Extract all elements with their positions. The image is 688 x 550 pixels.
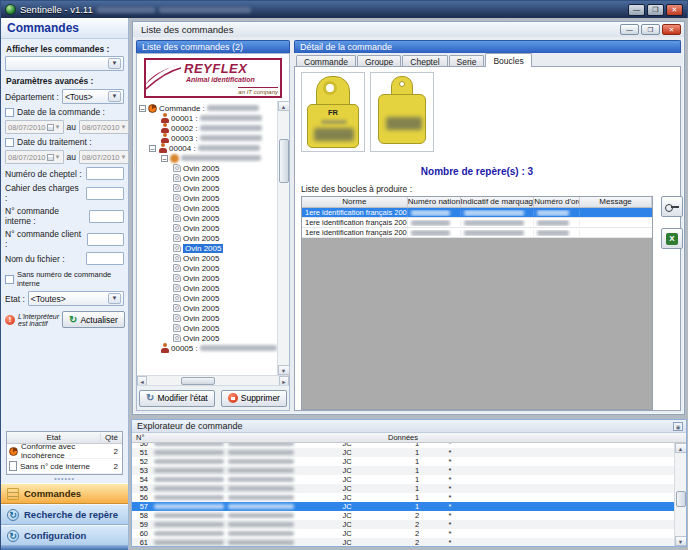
state-select[interactable]: <Toutes>▼ [28,291,124,306]
explorer-vertical-scrollbar[interactable]: ▲ ▼ [674,443,686,546]
scrollbar-thumb[interactable] [279,139,289,183]
key-button[interactable] [661,196,683,217]
explorer-row[interactable]: 53JC1* [132,466,674,475]
tree-item[interactable]: 00001 : [137,113,277,123]
code-cell: JC [332,511,362,520]
text-input[interactable] [86,167,124,180]
column-header[interactable]: Norme [302,197,408,207]
code-cell: JC [332,484,362,493]
app-close-button[interactable]: ✕ [666,4,683,16]
tree-item[interactable]: Ovin 2005 [137,273,277,283]
delete-button[interactable]: Supprimer [221,390,287,407]
scroll-up-icon[interactable]: ▲ [675,443,687,453]
tree-item[interactable]: Ovin 2005 [137,333,277,343]
text-input[interactable] [89,210,124,223]
tree-item[interactable]: 00003 : [137,133,277,143]
tree-item[interactable]: Ovin 2005 [137,293,277,303]
tree-item[interactable]: 00005 : [137,343,277,353]
text-input[interactable] [87,233,124,246]
ovin-item-label: Ovin 2005 [183,254,219,263]
tree-horizontal-scrollbar[interactable]: ◄ ► [137,375,289,385]
order-date-to-picker[interactable]: 08/07/2010▼ [79,120,130,134]
explorer-row[interactable]: 54JC1* [132,475,674,484]
tree-item[interactable]: Ovin 2005 [137,303,277,313]
treatment-date-checkbox[interactable] [5,138,14,147]
orders-window-titlebar[interactable]: Liste des commandes — ❐ ✕ [133,22,684,37]
treatment-date-from-picker[interactable]: 08/07/2010▼ [5,150,64,164]
tree-vertical-scrollbar[interactable]: ▲ ▼ [277,101,289,375]
status-table-row[interactable]: Sans n° cde interne2 [7,459,122,474]
scrollbar-thumb[interactable] [676,491,686,507]
tree-item[interactable]: Ovin 2005 [137,323,277,333]
scroll-down-icon[interactable]: ▼ [278,365,290,375]
scroll-right-icon[interactable]: ► [279,376,289,386]
modify-state-button[interactable]: ↻Modifier l'état [139,390,215,407]
show-commands-select[interactable]: ▼ [5,56,124,71]
sidebar-nav-configuration[interactable]: ↻Configuration [1,525,128,546]
refresh-button[interactable]: ↻Actualiser [62,311,125,328]
tree-item[interactable]: Ovin 2005 [137,233,277,243]
tree-item[interactable]: 00002 : [137,123,277,133]
department-select[interactable]: <Tous>▼ [62,89,124,104]
explorer-row[interactable]: 59JC2* [132,520,674,529]
tree-item[interactable]: –Commande : [137,103,277,113]
tree-item[interactable]: Ovin 2005 [137,203,277,213]
tree-item[interactable]: Ovin 2005 [137,183,277,193]
tree-item[interactable]: Ovin 2005 [137,213,277,223]
tree-item[interactable]: – [137,153,277,163]
column-header[interactable]: Numéro national [408,197,461,207]
redacted-text [181,155,261,161]
scroll-left-icon[interactable]: ◄ [137,376,147,386]
explorer-row[interactable]: 58JC2* [132,511,674,520]
tree-item[interactable]: –00004 : [137,143,277,153]
collapse-icon[interactable]: – [149,145,156,152]
boucles-table-row[interactable]: 1ere identification français 2005 [302,228,652,238]
treatment-date-to-picker[interactable]: 08/07/2010▼ [79,150,130,164]
tree-item[interactable]: Ovin 2005 [137,243,277,253]
status-table-row[interactable]: Conforme avec incohérence2 [7,444,122,459]
column-header[interactable]: Indicatif de marquage [461,197,535,207]
tree-item[interactable]: Ovin 2005 [137,193,277,203]
collapse-icon[interactable]: – [161,155,168,162]
explorer-row[interactable]: 55JC1* [132,484,674,493]
tree-item[interactable]: Ovin 2005 [137,313,277,323]
app-maximize-button[interactable]: ❐ [647,4,664,16]
tab-boucles[interactable]: Boucles [485,53,531,67]
ovin-item-label: Ovin 2005 [183,334,219,343]
order-date-from-picker[interactable]: 08/07/2010▼ [5,120,64,134]
child-minimize-button[interactable]: — [620,24,639,35]
column-header[interactable]: Numéro d'ordre [534,197,580,207]
collapse-icon[interactable]: – [139,105,146,112]
scrollbar-thumb[interactable] [181,377,215,385]
explorer-pin-button[interactable]: ▣ [673,422,683,431]
explorer-row[interactable]: 51JC1* [132,448,674,457]
tree-item[interactable]: Ovin 2005 [137,173,277,183]
column-header[interactable]: Message [580,197,652,207]
redacted-text [154,486,224,491]
child-maximize-button[interactable]: ❐ [641,24,660,35]
explorer-row[interactable]: 60JC2* [132,529,674,538]
explorer-row[interactable]: 56JC1* [132,493,674,502]
sidebar-nav-commandes[interactable]: Commandes [1,483,128,504]
no-internal-number-checkbox[interactable] [5,275,14,284]
boucles-table-row[interactable]: 1ere identification français 2005 [302,208,652,218]
tree-item[interactable]: Ovin 2005 [137,253,277,263]
scroll-up-icon[interactable]: ▲ [278,101,290,111]
explorer-row[interactable]: 57JC1* [132,502,674,511]
sidebar-splitter[interactable]: •••••• [1,475,128,483]
text-input[interactable] [86,187,124,200]
boucles-table-row[interactable]: 1ere identification français 2005 [302,218,652,228]
export-excel-button[interactable]: X [661,228,683,249]
tree-item[interactable]: Ovin 2005 [137,223,277,233]
scroll-down-icon[interactable]: ▼ [675,536,687,546]
sidebar-nav-recherche-de-rep-re[interactable]: ↻Recherche de repère [1,504,128,525]
tree-item[interactable]: Ovin 2005 [137,263,277,273]
child-close-button[interactable]: ✕ [662,24,681,35]
app-minimize-button[interactable]: — [628,4,645,16]
tree-item[interactable]: Ovin 2005 [137,163,277,173]
order-date-checkbox[interactable] [5,108,14,117]
text-input[interactable] [86,252,124,265]
tree-item[interactable]: Ovin 2005 [137,283,277,293]
explorer-row[interactable]: 52JC1* [132,457,674,466]
explorer-row[interactable]: 61JC2* [132,538,674,546]
